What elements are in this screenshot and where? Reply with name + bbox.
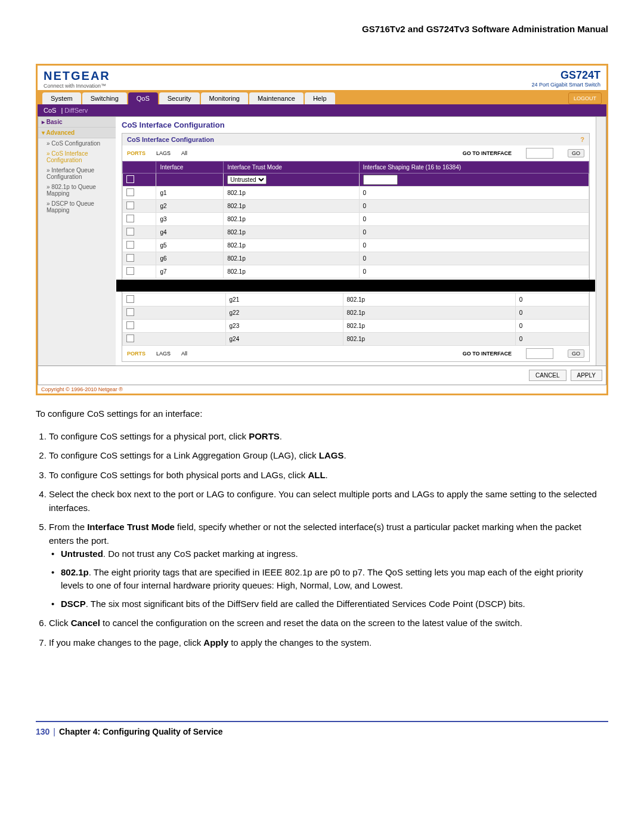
intro-text: To configure CoS settings for an interfa… (36, 407, 608, 421)
filter-lags-bottom[interactable]: LAGS (156, 351, 171, 357)
step-7: If you make changes to the page, click A… (49, 636, 608, 650)
filter-ports[interactable]: PORTS (127, 150, 145, 156)
cell-interface: g5 (156, 239, 224, 252)
row-checkbox[interactable] (126, 188, 134, 196)
tab-switching[interactable]: Switching (82, 92, 127, 104)
sidebar-item-cos-config[interactable]: » CoS Configuration (38, 138, 116, 148)
table-row: g4802.1p0 (123, 226, 589, 239)
row-checkbox[interactable] (126, 202, 134, 209)
cell-interface: g1 (156, 187, 224, 200)
table-row: g6802.1p0 (123, 252, 589, 265)
sub-tabs: CoS| DiffServ (38, 104, 606, 116)
tab-security[interactable]: Security (159, 92, 200, 104)
go-button[interactable]: GO (568, 149, 584, 157)
cell-rate: 0 (359, 265, 589, 278)
row-checkbox[interactable] (126, 295, 134, 303)
interface-table: InterfaceInterface Trust ModeInterface S… (122, 161, 589, 278)
table-row: g23802.1p0 (123, 320, 589, 333)
page-number: 130 (36, 727, 49, 736)
cell-rate: 0 (359, 213, 589, 226)
doc-title: GS716Tv2 and GS724Tv3 Software Administr… (36, 24, 608, 34)
cell-interface: g22 (225, 306, 343, 320)
cell-mode: 802.1p (224, 239, 359, 252)
tab-monitoring[interactable]: Monitoring (201, 92, 248, 104)
cell-interface: g24 (225, 333, 343, 346)
go-label-bottom: GO TO INTERFACE (463, 351, 512, 357)
step-4: Select the check box next to the port or… (49, 488, 608, 515)
table-row: g5802.1p0 (123, 239, 589, 252)
table-row: g22802.1p0 (123, 306, 589, 320)
go-label: GO TO INTERFACE (463, 150, 512, 156)
cell-interface: g4 (156, 226, 224, 239)
filter-ports-bottom[interactable]: PORTS (127, 351, 145, 357)
bullet-untrusted: Untrusted. Do not trust any CoS packet m… (61, 547, 608, 561)
cell-mode: 802.1p (343, 293, 515, 306)
cell-mode: 802.1p (343, 333, 515, 346)
sidebar-item-8021p[interactable]: » 802.1p to Queue Mapping (38, 182, 116, 199)
bullet-dscp: DSCP. The six most significant bits of t… (61, 597, 608, 611)
sidebar-item-queue[interactable]: » Interface Queue Configuration (38, 165, 116, 182)
row-checkbox[interactable] (126, 254, 134, 262)
cell-rate: 0 (359, 239, 589, 252)
logout-button[interactable]: LOGOUT (568, 92, 602, 104)
go-input[interactable] (526, 148, 553, 159)
tab-system[interactable]: System (42, 92, 81, 104)
shaping-rate-input[interactable] (363, 175, 398, 185)
table-row: g3802.1p0 (123, 213, 589, 226)
step-1: To configure CoS settings for a physical… (49, 430, 608, 444)
sidebar-item-dscp[interactable]: » DSCP to Queue Mapping (38, 199, 116, 215)
filter-lags[interactable]: LAGS (156, 150, 171, 156)
row-checkbox[interactable] (126, 228, 134, 236)
cell-mode: 802.1p (343, 306, 515, 320)
brand-tagline: Connect with Innovation™ (44, 83, 110, 89)
sidebar-item-cos-interface[interactable]: » CoS Interface Configuration (38, 148, 116, 165)
cell-mode: 802.1p (224, 252, 359, 265)
tab-help[interactable]: Help (305, 92, 335, 104)
cell-rate: 0 (359, 252, 589, 265)
trust-mode-select[interactable]: Untrusted (227, 175, 267, 184)
brand-logo: NETGEAR (44, 69, 110, 83)
sidebar: ▸ Basic ▾ Advanced » CoS Configuration »… (38, 117, 116, 366)
step-5: From the Interface Trust Mode field, spe… (49, 521, 608, 611)
subtab-cos[interactable]: CoS (44, 107, 56, 114)
panel-title: CoS Interface Configuration (127, 136, 214, 143)
go-button-bottom[interactable]: GO (568, 349, 584, 358)
sidebar-advanced[interactable]: ▾ Advanced (38, 128, 116, 138)
cell-mode: 802.1p (343, 320, 515, 333)
row-checkbox[interactable] (126, 321, 134, 329)
apply-button[interactable]: APPLY (571, 370, 603, 381)
cell-mode: 802.1p (224, 213, 359, 226)
help-icon[interactable]: ? (580, 136, 584, 143)
step-6: Click Cancel to cancel the configuration… (49, 617, 608, 630)
cell-mode: 802.1p (224, 265, 359, 278)
cell-rate: 0 (359, 200, 589, 213)
page-tear (116, 280, 595, 292)
instructions: To configure CoS settings for an interfa… (36, 407, 608, 649)
row-checkbox[interactable] (126, 215, 134, 222)
select-all-checkbox[interactable] (126, 175, 134, 183)
page-footer: 130|Chapter 4: Configuring Quality of Se… (36, 721, 608, 736)
cell-interface: g2 (156, 200, 224, 213)
app-screenshot: NETGEAR Connect with Innovation™ GS724T … (36, 64, 608, 395)
filter-all-bottom[interactable]: All (181, 351, 187, 357)
sidebar-basic[interactable]: ▸ Basic (38, 117, 116, 128)
subtab-diffserv[interactable]: DiffServ (64, 107, 88, 114)
row-checkbox[interactable] (126, 335, 134, 342)
table-row: g1802.1p0 (123, 187, 589, 200)
cancel-button[interactable]: CANCEL (529, 370, 566, 381)
table-row: g21802.1p0 (123, 293, 589, 306)
cell-interface: g3 (156, 213, 224, 226)
filter-all[interactable]: All (181, 150, 187, 156)
row-checkbox[interactable] (126, 267, 134, 275)
table-row: g7802.1p0 (123, 265, 589, 278)
cell-interface: g23 (225, 320, 343, 333)
scrollbar[interactable] (596, 117, 606, 366)
row-checkbox[interactable] (126, 308, 134, 316)
row-checkbox[interactable] (126, 241, 134, 249)
step-2: To configure CoS settings for a Link Agg… (49, 449, 608, 463)
copyright: Copyright © 1996-2010 Netgear ® (38, 385, 606, 394)
go-input-bottom[interactable] (526, 348, 553, 359)
bullet-8021p: 802.1p. The eight priority tags that are… (61, 566, 608, 593)
tab-qos[interactable]: QoS (128, 92, 158, 104)
tab-maintenance[interactable]: Maintenance (249, 92, 304, 104)
